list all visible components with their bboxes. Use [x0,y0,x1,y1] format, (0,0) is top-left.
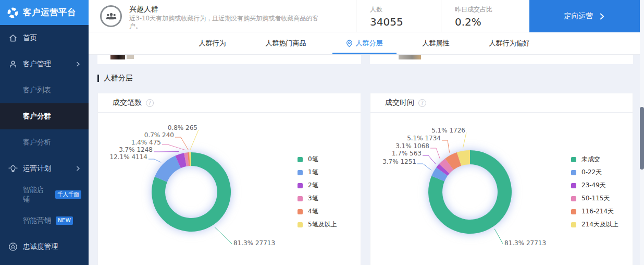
legend-marker [571,170,576,175]
section-accent-bar [97,75,99,82]
legend-marker [571,209,576,214]
sidebar-item-label: 客户分群 [23,112,51,121]
cta-label: 定向运营 [564,11,593,21]
slice-label: 5.1% 1734 [407,135,441,142]
sidebar-item-8[interactable]: 忠诚度管理 [0,234,89,260]
location-pin-icon [346,40,353,47]
tab-1[interactable]: 人群热门商品 [266,32,306,54]
legend-marker [298,157,303,162]
sidebar-item-0[interactable]: 首页 [0,25,89,51]
stat-value: 34055 [370,16,441,28]
sidebar-item-label: 智能营销 [23,216,51,225]
sidebar-item-6[interactable]: 智能店铺千人千面 [0,182,89,208]
tab-label: 人群热门商品 [266,39,306,48]
slice-label: 81.3% 27713 [504,239,546,247]
legend-item-3[interactable]: 50-115天 [571,192,618,205]
label-leader-line [162,144,185,150]
scrolled-card-remnant [97,55,361,64]
sidebar-item-3[interactable]: 客户分群 [0,103,89,129]
app-logo: 客户运营平台 [0,0,89,25]
sidebar-nav: 首页客户管理客户列表客户分群客户分析运营计划智能店铺千人千面智能营销NEW忠诚度… [0,25,89,260]
tab-4[interactable]: 人群行为偏好 [489,32,530,54]
legend-item-3[interactable]: 3笔 [298,192,337,205]
chart-legend: 0笔1笔2笔3笔4笔5笔及以上 [298,153,337,231]
slice-label: 3.7% 1248 [119,146,153,153]
app-title: 客户运营平台 [23,7,76,18]
label-leader-line [494,229,503,244]
sidebar-badge: NEW [56,216,73,225]
donut-slice-1[interactable] [155,155,181,182]
stat-1: 昨日成交占比0.2% [441,0,530,32]
people-group-icon [105,12,118,21]
legend-item-0[interactable]: 0笔 [298,153,337,166]
sidebar: 客户运营平台 首页客户管理客户列表客户分群客户分析运营计划智能店铺千人千面智能营… [0,0,89,265]
product-thumbnail [127,55,134,59]
chevron-right-icon [599,13,605,20]
loyalty-icon [8,242,18,251]
legend-label: 0笔 [308,155,318,164]
card-title-row: 成交时间 [370,93,633,113]
stat-label: 昨日成交占比 [455,5,530,14]
legend-label: 未成交 [581,155,600,164]
legend-label: 214天及以上 [581,220,618,229]
tab-3[interactable]: 人群属性 [423,32,450,54]
legend-item-4[interactable]: 116-214天 [571,205,618,218]
sidebar-item-4[interactable]: 客户分析 [0,129,89,155]
group-description: 近3-10天有加购或收藏行为，且近期没有购买加购或者收藏商品的客户。 [129,15,328,30]
legend-item-2[interactable]: 23-49天 [571,179,618,192]
legend-marker [571,196,576,201]
sidebar-item-1[interactable]: 客户管理 [0,51,89,77]
legend-item-1[interactable]: 0-22天 [571,166,618,179]
label-leader-line [148,159,161,162]
legend-item-2[interactable]: 2笔 [298,179,337,192]
legend-item-4[interactable]: 4笔 [298,205,337,218]
legend-item-1[interactable]: 1笔 [298,166,337,179]
sidebar-item-label: 首页 [23,33,37,43]
section-title: 人群分层 [104,74,133,83]
pinwheel-logo-icon [7,7,19,19]
card-title: 成交笔数 [113,98,142,107]
legend-marker [571,157,576,162]
scrolled-card-remnant [370,55,633,64]
slice-label: 0.8% 265 [168,124,197,131]
slice-label: 1.7% 563 [392,150,422,157]
sidebar-item-7[interactable]: 智能营销NEW [0,208,89,234]
chevron-right-icon [75,165,81,172]
slice-label: 81.3% 27713 [233,239,275,247]
stat-label: 人数 [370,5,441,14]
tab-label: 人群行为 [199,39,226,48]
chart-card-transaction-time: 成交时间 81.3% 277133.7% 12511.7% 5633.1% 10… [370,93,633,265]
group-name: 兴趣人群 [129,5,158,14]
scrollbar-thumb[interactable] [640,107,644,170]
tab-2[interactable]: 人群分层 [346,32,383,54]
slice-label: 5.1% 1726 [431,127,465,134]
main-area: 兴趣人群 近3-10天有加购或收藏行为，且近期没有购买加购或者收藏商品的客户。 … [89,0,644,265]
tab-label: 人群行为偏好 [489,39,530,48]
sidebar-item-2[interactable]: 客户列表 [0,77,89,103]
donut-ring[interactable] [428,150,512,234]
label-leader-line [423,155,436,164]
legend-item-0[interactable]: 未成交 [571,153,618,166]
legend-item-5[interactable]: 214天及以上 [571,218,618,231]
group-stats: 人数34055昨日成交占比0.2% [356,0,530,32]
legend-item-5[interactable]: 5笔及以上 [298,218,337,231]
legend-label: 1笔 [308,168,318,177]
sidebar-badge: 千人千面 [55,190,81,199]
legend-marker [298,222,303,227]
chevron-right-icon [75,61,81,67]
tab-0[interactable]: 人群行为 [199,32,226,54]
sidebar-item-label: 智能店铺 [23,185,51,204]
slice-label: 3.1% 1068 [395,142,429,150]
legend-label: 50-115天 [581,194,610,203]
help-icon[interactable] [146,99,154,107]
group-avatar [100,5,122,27]
label-leader-line [463,132,466,148]
sidebar-item-5[interactable]: 运营计划 [0,155,89,182]
group-profile-bar: 兴趣人群 近3-10天有加购或收藏行为，且近期没有购买加购或者收藏商品的客户。 … [89,0,640,32]
user-icon [8,59,18,69]
targeted-operation-button[interactable]: 定向运营 [529,0,640,32]
donut-ring[interactable] [152,152,231,232]
product-thumbnail [110,55,125,59]
tab-label: 人群属性 [423,39,450,48]
help-icon[interactable] [418,99,426,107]
